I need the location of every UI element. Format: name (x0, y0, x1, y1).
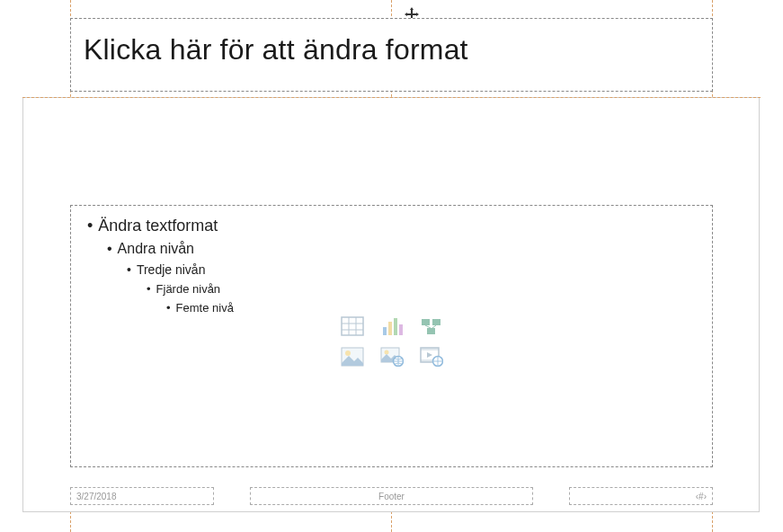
insert-chart-icon[interactable] (376, 314, 408, 339)
content-placeholder[interactable]: Ändra textformat Andra nivån Tredje nivå… (70, 205, 713, 467)
svg-rect-7 (394, 318, 397, 335)
svg-rect-5 (383, 327, 387, 335)
guide-horizontal-top (22, 97, 761, 98)
svg-rect-0 (342, 317, 363, 335)
insert-online-picture-icon[interactable] (376, 344, 408, 369)
insert-smartart-icon[interactable] (415, 314, 448, 339)
footer-row: 3/27/2018 Footer ‹#› (70, 487, 713, 505)
svg-line-12 (425, 325, 431, 328)
title-text[interactable]: Klicka här för att ändra format (84, 33, 699, 66)
title-placeholder[interactable]: Klicka här för att ändra format (70, 18, 713, 92)
svg-rect-9 (422, 319, 430, 325)
date-placeholder[interactable]: 3/27/2018 (70, 487, 214, 505)
bullet-level-3[interactable]: Tredje nivån (127, 262, 699, 277)
svg-rect-20 (421, 348, 439, 350)
date-text: 3/27/2018 (76, 492, 117, 501)
slide-number-placeholder[interactable]: ‹#› (569, 487, 713, 505)
content-icon-grid (336, 314, 448, 369)
insert-table-icon[interactable] (336, 314, 369, 339)
footer-placeholder[interactable]: Footer (250, 487, 533, 505)
svg-point-15 (345, 350, 351, 356)
slide-number-text: ‹#› (696, 492, 707, 501)
svg-rect-10 (432, 319, 440, 325)
svg-rect-8 (399, 324, 403, 335)
insert-picture-icon[interactable] (336, 344, 369, 369)
svg-rect-6 (388, 322, 392, 335)
svg-line-13 (432, 325, 436, 328)
svg-point-17 (384, 350, 388, 355)
bullet-list[interactable]: Ändra textformat Andra nivån Tredje nivå… (84, 217, 699, 315)
footer-text: Footer (378, 492, 405, 501)
bullet-level-1[interactable]: Ändra textformat (87, 217, 699, 235)
bullet-level-2[interactable]: Andra nivån (107, 241, 699, 257)
bullet-level-4[interactable]: Fjärde nivån (147, 282, 699, 296)
insert-video-icon[interactable] (415, 344, 448, 369)
bullet-level-5[interactable]: Femte nivå (166, 301, 699, 315)
svg-rect-11 (427, 328, 435, 334)
